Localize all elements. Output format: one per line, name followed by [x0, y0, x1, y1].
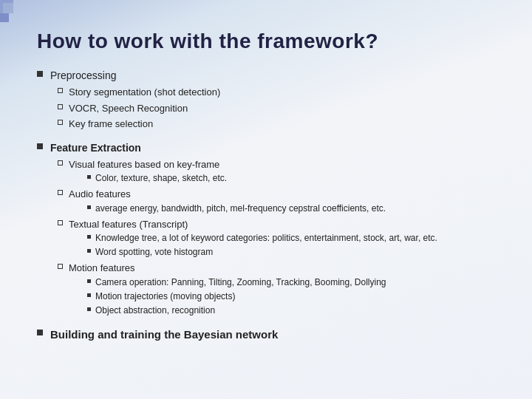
sub-sub-item-trajectories: Motion trajectories (moving objects) — [87, 290, 386, 303]
sub-item-keyframe: Key frame selection — [58, 117, 495, 132]
audio-subsublist: average energy, bandwidth, pitch, mel-fr… — [87, 202, 386, 215]
slide-title: How to work with the framework? — [37, 30, 495, 53]
preprocessing-sublist: Story segmentation (shot detection) VOCR… — [58, 85, 495, 132]
sub-sub-trajectories-label: Motion trajectories (moving objects) — [95, 290, 235, 303]
sub-sub-bullet-icon — [87, 175, 91, 179]
sub-sub-item-camera: Camera operation: Panning, Tilting, Zoom… — [87, 276, 386, 289]
visual-subsublist: Color, texture, shape, sketch, etc. — [87, 171, 227, 185]
sub-item-motion: Motion features Camera operation: Pannin… — [58, 261, 495, 318]
sub-item-audio: Audio features average energy, bandwidth… — [58, 187, 495, 216]
sub-sub-camera-label: Camera operation: Panning, Tilting, Zoom… — [95, 276, 386, 289]
bullet-square-icon — [37, 143, 43, 149]
sub-item-keyframe-label: Key frame selection — [69, 117, 153, 132]
motion-subsublist: Camera operation: Panning, Tilting, Zoom… — [87, 276, 386, 317]
sub-bullet-icon — [58, 120, 63, 125]
sub-sub-bullet-icon — [87, 307, 91, 311]
sub-sub-item-color: Color, texture, shape, sketch, etc. — [87, 171, 227, 185]
sub-sub-bullet-icon — [87, 235, 91, 239]
sub-item-story-label: Story segmentation (shot detection) — [69, 85, 220, 100]
sub-sub-bullet-icon — [87, 279, 91, 283]
feature-extraction-sublist: Visual features based on key-frame Color… — [58, 157, 495, 318]
sub-sub-bullet-icon — [87, 249, 91, 253]
sub-item-story: Story segmentation (shot detection) — [58, 85, 495, 100]
slide-container: How to work with the framework? Preproce… — [0, 0, 532, 399]
sub-item-motion-label: Motion features — [69, 262, 135, 273]
corner-decoration — [0, 0, 22, 37]
sub-bullet-icon — [58, 220, 63, 225]
section-bayesian: Building and training the Bayesian netwo… — [37, 327, 495, 345]
bullet-square-icon — [37, 330, 43, 335]
textual-subsublist: Knowledge tree, a lot of keyword categor… — [87, 231, 437, 259]
sub-bullet-icon — [58, 160, 63, 166]
sub-item-textual: Textual features (Transcript) Knowledge … — [58, 217, 495, 260]
sub-sub-item-knowledge: Knowledge tree, a lot of keyword categor… — [87, 231, 437, 245]
sub-item-visual-label: Visual features based on key-frame — [69, 159, 219, 170]
feature-extraction-label: Feature Extraction — [50, 140, 495, 156]
bayesian-label: Building and training the Bayesian netwo… — [50, 327, 495, 344]
sub-sub-energy-label: average energy, bandwidth, pitch, mel-fr… — [95, 202, 386, 215]
sub-bullet-icon — [58, 104, 63, 109]
sub-bullet-icon — [58, 88, 63, 93]
sub-sub-bullet-icon — [87, 293, 91, 297]
sub-sub-knowledge-label: Knowledge tree, a lot of keyword categor… — [95, 231, 437, 245]
sub-bullet-icon — [58, 264, 63, 269]
sub-item-vocr-label: VOCR, Speech Recognition — [69, 101, 188, 116]
slide-content: Preprocessing Story segmentation (shot d… — [37, 68, 495, 344]
sub-item-visual: Visual features based on key-frame Color… — [58, 157, 495, 186]
section-feature-extraction: Feature Extraction Visual features based… — [37, 140, 495, 319]
sub-item-audio-label: Audio features — [69, 188, 131, 200]
bullet-square-icon — [37, 71, 43, 77]
sub-sub-color-label: Color, texture, shape, sketch, etc. — [95, 171, 227, 185]
preprocessing-label: Preprocessing — [50, 68, 495, 83]
sub-sub-object-label: Object abstraction, recognition — [95, 304, 215, 317]
sub-sub-item-energy: average energy, bandwidth, pitch, mel-fr… — [87, 202, 386, 215]
sub-sub-wordspot-label: Word spotting, vote histogram — [95, 245, 213, 259]
sub-sub-item-object: Object abstraction, recognition — [87, 304, 386, 317]
sub-bullet-icon — [58, 190, 63, 195]
sub-item-vocr: VOCR, Speech Recognition — [58, 101, 495, 116]
section-preprocessing: Preprocessing Story segmentation (shot d… — [37, 68, 495, 133]
sub-item-textual-label: Textual features (Transcript) — [69, 219, 188, 230]
sub-sub-bullet-icon — [87, 205, 91, 209]
sub-sub-item-wordspot: Word spotting, vote histogram — [87, 245, 437, 259]
